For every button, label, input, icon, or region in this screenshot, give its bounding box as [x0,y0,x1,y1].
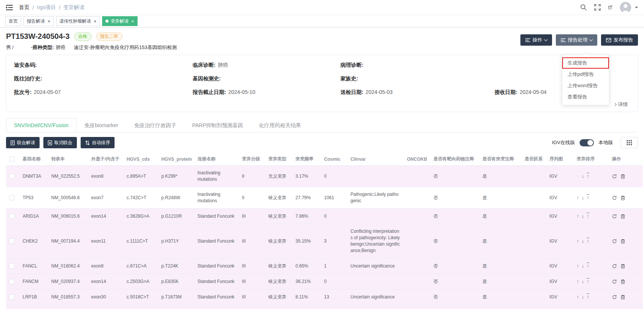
move-to-top-icon[interactable]: ↑ [587,194,589,200]
row-checkbox[interactable] [9,294,14,300]
move-up-icon[interactable]: ↑ [577,213,579,219]
menu-item-1[interactable]: 上传pdf报告 [562,69,609,80]
table-row: FANCMNM_020937.4exon14c.2503G>Ap.E835KSt… [6,274,643,289]
status-badge-review: 报告二审 [96,32,122,41]
cell-hgvs-protein: p.G1210R [158,209,194,224]
delete-icon[interactable] [621,264,625,269]
column-settings-button[interactable] [621,137,638,148]
table-row: ARID1ANM_006015.6exon14c.3628G>Ap.G1210R… [6,209,643,224]
tab-1[interactable]: 免疫biomarker [76,118,126,132]
igv-link[interactable]: IGV [546,258,574,274]
igv-link[interactable]: IGV [546,187,574,209]
cancel-joint-button[interactable]: 取消联合 [43,137,77,148]
view-tab-2[interactable]: 遗传性肿瘤解读× [56,16,100,26]
row-checkbox-cell [6,166,20,187]
cell-exon: exon14 [88,209,124,224]
igv-link[interactable]: IGV [546,166,574,187]
detail-link[interactable]: 详情 [614,101,628,108]
breadcrumb-project[interactable]: ngs项目 [37,4,56,11]
refresh-icon[interactable] [612,214,617,219]
menu-item-2[interactable]: 上传word报告 [562,80,609,91]
igv-link[interactable]: IGV [546,209,574,224]
move-down-icon[interactable]: ↓ [582,194,584,201]
search-icon[interactable] [580,4,587,11]
move-up-icon[interactable]: ↑ [577,294,579,300]
tab-bar: 首页报告解读×遗传性肿瘤解读×变异解读× [0,15,644,28]
igv-version-toggle[interactable] [580,139,594,146]
row-checkbox[interactable] [9,214,14,219]
row-checkbox[interactable] [9,279,14,284]
igv-link[interactable]: IGV [546,274,574,289]
close-tab-icon[interactable]: × [94,19,97,24]
refresh-icon[interactable] [612,239,617,244]
move-to-top-icon[interactable]: ↑ [587,238,589,243]
view-tab-1[interactable]: 报告解读× [23,16,54,26]
refresh-icon[interactable] [612,279,617,284]
move-up-icon[interactable]: ↑ [577,263,579,269]
move-down-icon[interactable]: ↓ [582,263,584,269]
auto-sort-button[interactable]: 自动排序 [81,137,115,148]
row-checkbox[interactable] [9,174,14,179]
tab-4[interactable]: 化疗用药相关结果 [251,118,309,132]
font-size-icon[interactable]: tT [608,4,612,11]
move-to-top-icon[interactable]: ↑ [587,294,589,299]
move-down-icon[interactable]: ↓ [582,294,584,300]
cell-mutation-frequency: 36.21% [292,274,321,289]
cell-variant-sort: ↑↓↑ [574,258,609,274]
refresh-icon[interactable] [612,174,617,179]
refresh-icon[interactable] [612,264,617,269]
menu-item-0[interactable]: 生成报告 [562,57,609,69]
avatar-caret-icon[interactable] [635,7,638,10]
close-tab-icon[interactable]: × [131,19,134,24]
avatar[interactable] [620,2,631,13]
delete-icon[interactable] [621,295,625,300]
move-up-icon[interactable]: ↑ [577,173,579,179]
move-to-top-icon[interactable]: ↑ [587,213,589,218]
info-field-9: 报告截止日期:2024-05-10 [193,89,340,96]
move-up-icon[interactable]: ↑ [577,238,579,244]
joint-interpret-button[interactable]: 联合解读 [6,137,40,148]
cell-hgvs-protein: p.T1673M [158,289,194,305]
info-field-label: 迪安条码: [14,62,37,68]
cell-hgvs-protein: p.T224K [158,258,194,274]
delete-icon[interactable] [621,174,625,179]
row-checkbox[interactable] [9,238,14,244]
move-down-icon[interactable]: ↓ [582,278,584,284]
operate-button[interactable]: 操作 [520,34,552,46]
igv-link[interactable]: IGV [546,289,574,305]
delete-icon[interactable] [621,195,625,200]
cell-exon: exon8 [88,166,124,187]
move-up-icon[interactable]: ↑ [577,278,579,284]
tab-3[interactable]: PARP抑制剂预测基因 [184,118,251,132]
delete-icon[interactable] [621,239,625,244]
tab-0[interactable]: SNV/InDel/CNV/Fusion [6,118,76,132]
move-to-top-icon[interactable]: ↑ [587,173,589,178]
breadcrumb: 首页 / ngs项目 / 变异解读 [19,4,84,11]
breadcrumb-home[interactable]: 首页 [19,4,29,11]
menu-item-3[interactable]: 查看报告 [562,91,609,103]
delete-icon[interactable] [621,214,625,219]
move-to-top-icon[interactable]: ↑ [587,278,589,284]
select-all-checkbox[interactable] [9,157,14,162]
refresh-icon[interactable] [612,295,617,300]
collapse-menu-icon[interactable] [6,5,13,11]
view-tab-3[interactable]: 变异解读× [102,16,138,26]
row-checkbox[interactable] [9,263,14,269]
tab-2[interactable]: 免疫治疗疗效因子 [126,118,184,132]
igv-link[interactable]: IGV [546,224,574,258]
refresh-icon[interactable] [612,195,617,200]
fullscreen-icon[interactable] [594,4,601,11]
move-up-icon[interactable]: ↑ [577,194,579,201]
publish-report-button[interactable]: 发布报告 [601,34,638,46]
cell-variant-type: 错义变异 [265,187,292,209]
view-tab-0[interactable]: 首页 [5,16,21,26]
close-tab-icon[interactable]: × [47,19,50,24]
report-process-button[interactable]: 报告处理 [556,34,597,46]
delete-icon[interactable] [621,279,625,284]
move-to-top-icon[interactable]: ↑ [587,263,589,268]
move-down-icon[interactable]: ↓ [582,213,584,219]
igv-link[interactable]: IGV [546,305,574,309]
row-checkbox[interactable] [9,195,14,200]
move-down-icon[interactable]: ↓ [582,173,584,179]
move-down-icon[interactable]: ↓ [582,238,584,244]
